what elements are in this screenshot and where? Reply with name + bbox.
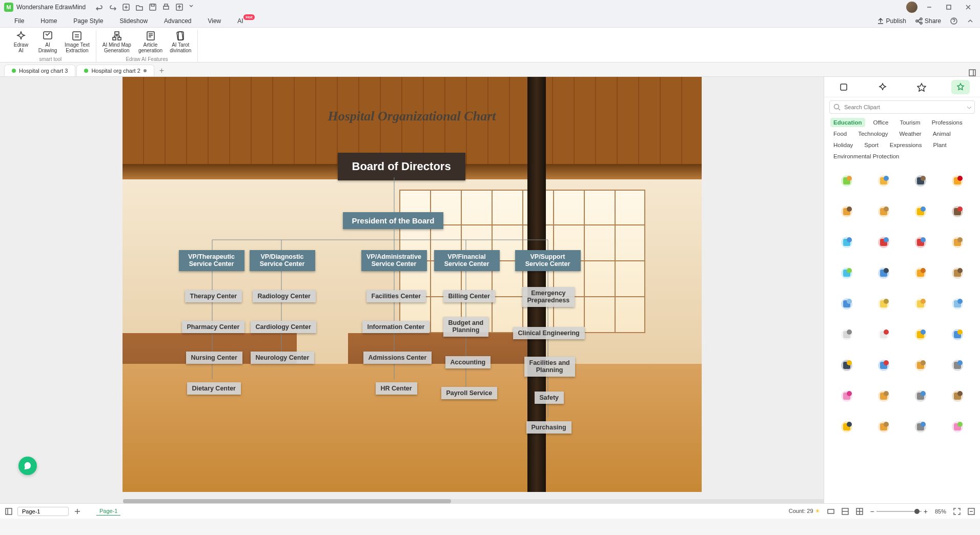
new-tab-button[interactable]: + — [155, 65, 168, 76]
node-leaf[interactable]: Budget and Planning — [443, 317, 489, 337]
clipart-chemistry[interactable] — [939, 201, 976, 222]
clipart-dancer[interactable] — [939, 416, 976, 438]
cat-education[interactable]: Education — [830, 118, 865, 127]
rp-tab-clipart[interactable] — [951, 80, 970, 94]
node-leaf[interactable]: Billing Center — [443, 290, 495, 302]
fit-window-icon[interactable] — [856, 508, 863, 515]
clipart-paint-bucket[interactable] — [902, 324, 939, 345]
clipart-ruler-set[interactable] — [865, 170, 902, 192]
save-icon[interactable] — [149, 4, 156, 11]
open-folder-icon[interactable] — [136, 4, 143, 11]
menu-slideshow[interactable]: Slideshow — [111, 15, 156, 27]
node-vp[interactable]: VP/Diagnostic Service Center — [250, 250, 315, 271]
help-icon[interactable] — [950, 17, 957, 25]
cat-env[interactable]: Environmental Protection — [830, 152, 902, 161]
menu-view[interactable]: View — [199, 15, 229, 27]
clipart-school-bus[interactable] — [828, 416, 865, 438]
clipart-open-book[interactable] — [865, 201, 902, 222]
menu-file[interactable]: File — [6, 15, 32, 27]
rp-tab-icons[interactable] — [912, 80, 931, 94]
node-vp[interactable]: VP/Administrative Service Center — [361, 250, 427, 271]
horizontal-scrollbar[interactable] — [123, 499, 824, 503]
page-indicator[interactable]: Page-1 — [96, 507, 120, 516]
chart-title[interactable]: Hospital Organizational Chart — [122, 109, 702, 124]
add-page-icon[interactable] — [74, 508, 81, 515]
clipart-medal[interactable] — [939, 324, 976, 345]
cat-weather[interactable]: Weather — [896, 129, 924, 138]
node-vp[interactable]: VP/Therapeutic Service Center — [179, 250, 244, 271]
clipart-molecule[interactable] — [828, 293, 865, 315]
node-leaf[interactable]: Radiology Center — [253, 290, 316, 302]
node-leaf[interactable]: Payroll Service — [441, 387, 498, 399]
share-button[interactable]: Share — [915, 17, 941, 25]
clipart-desk-lamp[interactable] — [828, 170, 865, 192]
clipart-light-bulb[interactable] — [902, 293, 939, 315]
node-leaf[interactable]: Dietary Center — [187, 382, 241, 395]
clipart-magnifier[interactable] — [865, 293, 902, 315]
node-leaf[interactable]: Safety — [535, 392, 564, 404]
cat-holiday[interactable]: Holiday — [830, 140, 856, 150]
clipart-building-blocks[interactable] — [902, 201, 939, 222]
clipart-magnet[interactable] — [902, 232, 939, 253]
page-list-icon[interactable] — [5, 508, 12, 515]
image-text-extraction-button[interactable]: Image Text Extraction — [63, 30, 92, 54]
node-leaf[interactable]: HR Center — [376, 382, 417, 395]
node-leaf[interactable]: Facilities Center — [366, 290, 426, 302]
article-gen-button[interactable]: Article generation — [136, 30, 165, 54]
close-button[interactable] — [961, 2, 976, 13]
canvas-area[interactable]: Hospital Organizational Chart Board of D… — [0, 77, 824, 503]
clipart-diploma[interactable] — [902, 355, 939, 376]
chevron-down-icon[interactable] — [967, 105, 972, 110]
clipart-school-building[interactable] — [865, 355, 902, 376]
panel-collapse-icon[interactable] — [968, 508, 975, 515]
new-file-icon[interactable] — [122, 4, 130, 11]
cat-technology[interactable]: Technology — [855, 129, 891, 138]
canvas-page[interactable]: Hospital Organizational Chart Board of D… — [122, 77, 702, 492]
node-leaf[interactable]: Therapy Center — [185, 290, 242, 302]
clipart-blackboard[interactable] — [902, 170, 939, 192]
edraw-ai-button[interactable]: Edraw AI — [9, 30, 33, 54]
collapse-ribbon-icon[interactable] — [967, 17, 974, 25]
node-leaf[interactable]: Admissions Center — [363, 352, 432, 364]
zoom-slider[interactable]: − + — [870, 507, 928, 516]
ai-tarot-button[interactable]: AI Tarot divination — [168, 30, 193, 54]
zoom-in-button[interactable]: + — [924, 507, 928, 516]
page-select[interactable]: Page-1 — [17, 507, 69, 516]
user-avatar[interactable] — [906, 2, 917, 13]
node-leaf[interactable]: Emergency Preparedness — [522, 287, 575, 307]
cat-tourism[interactable]: Tourism — [896, 118, 923, 127]
panel-toggle-icon[interactable] — [969, 69, 976, 76]
minimize-button[interactable] — [922, 2, 937, 13]
clipart-bookshelf[interactable] — [939, 385, 976, 407]
chevron-down-icon[interactable] — [189, 4, 193, 11]
node-president[interactable]: President of the Board — [343, 212, 444, 229]
clipart-graduation-cap[interactable] — [828, 355, 865, 376]
clipart-search-input[interactable] — [829, 100, 975, 114]
node-leaf[interactable]: Accounting — [445, 356, 491, 368]
publish-button[interactable]: Publish — [877, 17, 906, 25]
node-vp[interactable]: VP/Financial Service Center — [434, 250, 500, 271]
cat-professions[interactable]: Professions — [929, 118, 966, 127]
fit-page-icon[interactable] — [827, 508, 834, 515]
node-leaf[interactable]: Information Center — [362, 321, 430, 333]
cat-food[interactable]: Food — [830, 129, 850, 138]
clipart-guitar[interactable] — [939, 262, 976, 284]
doc-tab[interactable]: Hospital org chart 3 — [4, 65, 75, 76]
clipart-compass[interactable] — [865, 324, 902, 345]
node-leaf[interactable]: Neurology Center — [251, 352, 315, 364]
node-leaf[interactable]: Facilities and Planning — [524, 357, 575, 377]
maximize-button[interactable] — [941, 2, 956, 13]
node-board[interactable]: Board of Directors — [338, 153, 465, 180]
rp-tab-ai[interactable] — [873, 80, 892, 94]
node-leaf[interactable]: Clinical Engineering — [513, 327, 585, 339]
clipart-school-house[interactable] — [939, 232, 976, 253]
node-leaf[interactable]: Cardiology Center — [251, 321, 316, 333]
cat-expressions[interactable]: Expressions — [887, 140, 925, 150]
cat-office[interactable]: Office — [870, 118, 892, 127]
node-leaf[interactable]: Pharmacy Center — [182, 321, 245, 333]
clipart-watch[interactable] — [828, 324, 865, 345]
cat-animal[interactable]: Animal — [930, 129, 954, 138]
clipart-water-drop[interactable] — [828, 232, 865, 253]
cat-plant[interactable]: Plant — [930, 140, 950, 150]
menu-advanced[interactable]: Advanced — [156, 15, 199, 27]
